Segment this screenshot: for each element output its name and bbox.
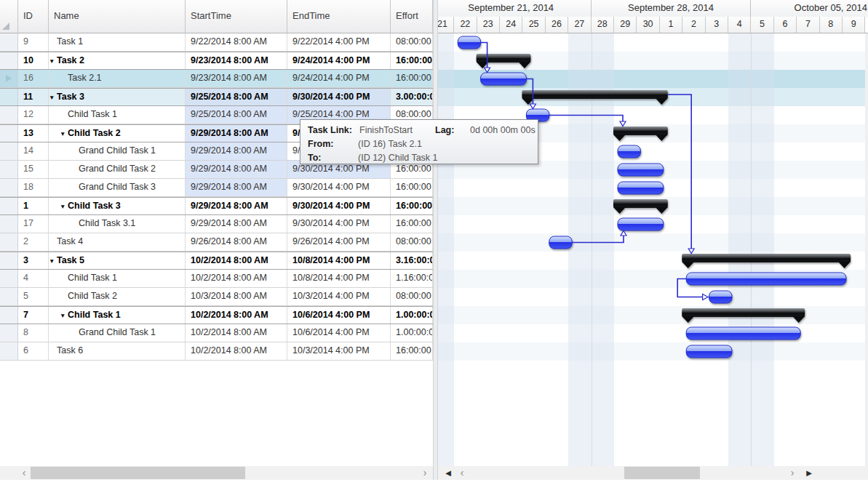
chart-scroll-right-arrow-icon[interactable]: ›	[787, 466, 797, 480]
cell-id[interactable]: 17	[18, 215, 49, 233]
table-row[interactable]: 9Task 19/22/2014 8:00 AM9/22/2014 4:00 P…	[0, 33, 433, 52]
day-header-cell[interactable]: 24	[500, 17, 522, 33]
week-header-cell[interactable]: September 21, 2014	[438, 0, 592, 17]
cell-effort[interactable]: 1.00:00:00	[391, 307, 433, 324]
row-indicator-cell[interactable]	[0, 106, 18, 124]
cell-id[interactable]: 6	[18, 342, 49, 360]
collapse-expander-icon[interactable]: ▼	[60, 126, 68, 142]
table-row[interactable]: 7▼Child Task 110/2/2014 8:00 AM10/6/2014…	[0, 306, 433, 324]
cell-starttime[interactable]: 9/29/2014 8:00 AM	[186, 142, 287, 160]
collapse-expander-icon[interactable]: ▼	[60, 308, 68, 324]
gantt-task-bar[interactable]	[618, 182, 664, 194]
cell-name[interactable]: ▼Child Task 2	[49, 125, 186, 142]
cell-starttime[interactable]: 10/2/2014 8:00 AM	[186, 307, 287, 324]
cell-effort[interactable]: 08:00:00	[391, 288, 433, 305]
cell-name[interactable]: Child Task 1	[49, 106, 186, 124]
table-row[interactable]: 3▼Task 510/2/2014 8:00 AM10/8/2014 4:00 …	[0, 252, 433, 270]
task-link-line[interactable]	[549, 116, 623, 122]
collapse-expander-icon[interactable]: ▼	[49, 253, 57, 270]
cell-endtime[interactable]: 10/8/2014 4:00 PM	[287, 270, 391, 287]
cell-name[interactable]: Grand Child Task 3	[49, 179, 186, 196]
cell-name[interactable]: Task 2.1	[49, 70, 186, 87]
table-row[interactable]: 10▼Task 29/23/2014 8:00 AM9/24/2014 4:00…	[0, 52, 433, 70]
cell-starttime[interactable]: 9/23/2014 8:00 AM	[186, 70, 287, 87]
cell-id[interactable]: 4	[18, 270, 49, 287]
table-row[interactable]: 8Grand Child Task 110/2/2014 8:00 AM10/6…	[0, 324, 433, 342]
gantt-task-bar[interactable]	[709, 291, 732, 303]
cell-effort[interactable]: 16:00:00	[391, 215, 433, 233]
cell-name[interactable]: ▼Task 2	[49, 52, 186, 69]
table-row[interactable]: 17Child Task 3.19/29/2014 8:00 AM9/30/20…	[0, 215, 433, 233]
row-indicator-cell[interactable]	[0, 342, 18, 360]
cell-effort[interactable]: 1.00:00:00	[391, 324, 433, 342]
cell-id[interactable]: 12	[18, 106, 49, 124]
cell-id[interactable]: 1	[18, 198, 49, 214]
column-header-name[interactable]: Name	[49, 0, 186, 33]
day-header-cell[interactable]: 9	[843, 17, 865, 33]
table-row[interactable]: 2Task 49/26/2014 8:00 AM9/26/2014 4:00 P…	[0, 233, 433, 252]
day-header-cell[interactable]: 2	[682, 17, 705, 33]
day-header-cell[interactable]: 25	[522, 17, 545, 33]
scroll-right-arrow-icon[interactable]: ›	[420, 466, 430, 480]
cell-id[interactable]: 14	[18, 142, 49, 160]
chart-horizontal-scrollbar[interactable]: ◀ ‹ › ▶	[438, 466, 868, 480]
day-header-cell[interactable]: 7	[797, 17, 819, 33]
column-header-effort[interactable]: Effort	[391, 0, 433, 33]
row-indicator-cell[interactable]	[0, 125, 18, 142]
gantt-task-bar[interactable]	[618, 145, 640, 158]
row-indicator-cell[interactable]	[0, 70, 18, 87]
gantt-summary-bar[interactable]	[682, 254, 851, 268]
cell-endtime[interactable]: 10/3/2014 4:00 PM	[287, 288, 391, 305]
table-row[interactable]: 1▼Child Task 39/29/2014 8:00 AM9/30/2014…	[0, 197, 433, 215]
cell-starttime[interactable]: 10/3/2014 8:00 AM	[186, 288, 287, 305]
table-row[interactable]: 4Child Task 110/2/2014 8:00 AM10/8/2014 …	[0, 270, 433, 288]
cell-starttime[interactable]: 9/29/2014 8:00 AM	[186, 125, 287, 142]
table-row[interactable]: 16Task 2.19/23/2014 8:00 AM9/24/2014 4:0…	[0, 70, 433, 88]
grid-scrollbar-thumb[interactable]	[31, 467, 245, 479]
gantt-summary-bar[interactable]	[477, 54, 531, 68]
column-header-endtime[interactable]: EndTime	[287, 0, 391, 33]
cell-starttime[interactable]: 9/25/2014 8:00 AM	[186, 89, 287, 105]
grid-horizontal-scrollbar[interactable]: ‹ ›	[0, 466, 433, 480]
cell-id[interactable]: 9	[18, 33, 49, 51]
day-header-cell[interactable]: 4	[728, 17, 751, 33]
row-indicator-cell[interactable]	[0, 33, 18, 51]
cell-id[interactable]: 8	[18, 324, 49, 342]
cell-starttime[interactable]: 9/29/2014 8:00 AM	[186, 198, 287, 214]
row-indicator-cell[interactable]	[0, 52, 18, 69]
cell-starttime[interactable]: 9/25/2014 8:00 AM	[186, 106, 287, 124]
cell-endtime[interactable]: 9/30/2014 4:00 PM	[287, 215, 391, 233]
cell-id[interactable]: 2	[18, 233, 49, 251]
collapse-expander-icon[interactable]: ▼	[49, 89, 57, 106]
cell-id[interactable]: 18	[18, 179, 49, 196]
cell-effort[interactable]: 16:00:00	[391, 70, 433, 87]
cell-starttime[interactable]: 9/23/2014 8:00 AM	[186, 52, 287, 69]
cell-endtime[interactable]: 9/30/2014 4:00 PM	[287, 89, 391, 105]
cell-starttime[interactable]: 10/2/2014 8:00 AM	[186, 324, 287, 342]
table-row[interactable]: 5Child Task 210/3/2014 8:00 AM10/3/2014 …	[0, 288, 433, 306]
row-indicator-cell[interactable]	[0, 198, 18, 214]
row-indicator-cell[interactable]	[0, 233, 18, 251]
cell-starttime[interactable]: 10/2/2014 8:00 AM	[186, 342, 287, 360]
cell-endtime[interactable]: 9/30/2014 4:00 PM	[287, 198, 391, 214]
cell-id[interactable]: 3	[18, 252, 49, 269]
day-header-cell[interactable]: 3	[706, 17, 728, 33]
cell-starttime[interactable]: 9/26/2014 8:00 AM	[186, 233, 287, 251]
table-row[interactable]: 6Task 610/2/2014 8:00 AM10/3/2014 4:00 P…	[0, 342, 433, 361]
gantt-summary-bar[interactable]	[613, 199, 668, 214]
cell-effort[interactable]: 1.16:00:00	[391, 270, 433, 287]
pan-left-icon[interactable]: ◀	[443, 467, 453, 478]
cell-starttime[interactable]: 10/2/2014 8:00 AM	[186, 252, 287, 269]
day-header-cell[interactable]: 6	[774, 17, 797, 33]
row-indicator-cell[interactable]	[0, 215, 18, 233]
cell-endtime[interactable]: 9/22/2014 4:00 PM	[287, 33, 391, 51]
row-indicator-cell[interactable]	[0, 89, 18, 105]
day-header-cell[interactable]: 26	[546, 17, 568, 33]
row-indicator-cell[interactable]	[0, 142, 18, 160]
cell-name[interactable]: ▼Task 3	[49, 89, 186, 105]
cell-name[interactable]: ▼Child Task 1	[49, 307, 186, 324]
cell-effort[interactable]: 16:00:00	[391, 52, 433, 69]
row-indicator-cell[interactable]	[0, 252, 18, 269]
week-header-cell[interactable]: October 05, 2014	[751, 0, 868, 17]
day-header-cell[interactable]: 21	[438, 17, 454, 33]
